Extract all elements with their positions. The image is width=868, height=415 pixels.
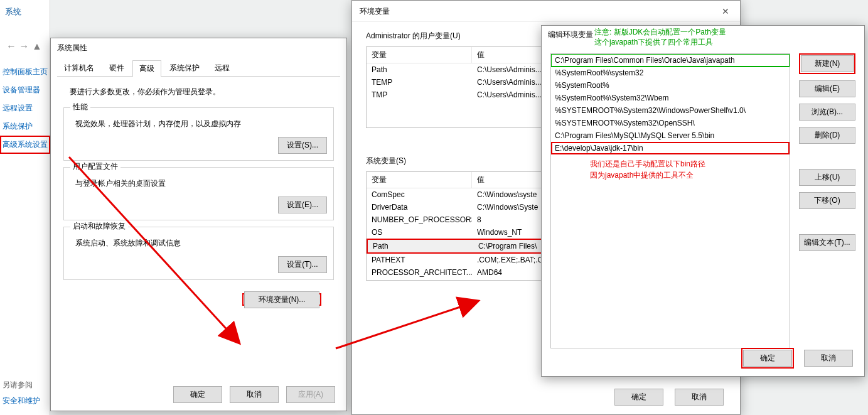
- edit-text-button[interactable]: 编辑文本(T)...: [799, 234, 855, 251]
- envvars-cancel-button[interactable]: 取消: [675, 389, 724, 406]
- path-item[interactable]: %SystemRoot%\System32\Wbem: [551, 92, 790, 104]
- envvars-title: 环境变量: [360, 1, 390, 22]
- performance-group: 性能 视觉效果，处理器计划，内存使用，以及虚拟内存 设置(S)...: [63, 107, 334, 161]
- env-var-button[interactable]: 环境变量(N)...: [244, 291, 319, 308]
- nav-item-advanced-settings[interactable]: 高级系统设置: [0, 136, 50, 154]
- left-nav: 控制面板主页 设备管理器 远程设置 系统保护 高级系统设置: [0, 63, 50, 154]
- system-properties-dialog: 系统属性 计算机名 硬件 高级 系统保护 远程 要进行大多数更改，你必须作为管理…: [50, 38, 347, 411]
- edit-path-dialog: 编辑环境变量 注意: 新版JDK会自动配置一个Path变量 这个javapath…: [541, 25, 865, 377]
- move-down-button[interactable]: 下移(O): [799, 192, 855, 209]
- nav-item-device[interactable]: 设备管理器: [0, 81, 50, 99]
- startup-text: 系统启动、系统故障和调试信息: [75, 238, 327, 249]
- move-up-button[interactable]: 上移(U): [799, 169, 855, 186]
- perf-settings-button[interactable]: 设置(S)...: [278, 137, 327, 154]
- tab-remote[interactable]: 远程: [208, 60, 237, 76]
- nav-item-security[interactable]: 安全和维护: [0, 393, 50, 409]
- dialog-title: 系统属性: [51, 38, 346, 57]
- new-button-highlight: 新建(N): [799, 53, 855, 74]
- editpath-ok-button[interactable]: 确定: [743, 350, 792, 367]
- profiles-text: 与登录帐户相关的桌面设置: [75, 178, 327, 189]
- env-var-button-highlight: 环境变量(N)...: [242, 293, 321, 306]
- sysprops-ok-button[interactable]: 确定: [173, 386, 222, 403]
- col-variable: 变量: [367, 172, 472, 188]
- path-item-jdk17[interactable]: E:\develop\Java\jdk-17\bin: [551, 142, 790, 154]
- green-annotation: 注意: 新版JDK会自动配置一个Path变量 这个javapath下提供了四个常…: [594, 27, 726, 47]
- path-item[interactable]: %SYSTEMROOT%\System32\WindowsPowerShell\…: [551, 104, 790, 117]
- nav-item-protect[interactable]: 系统保护: [0, 117, 50, 136]
- perf-title: 性能: [70, 102, 90, 112]
- editpath-cancel-button[interactable]: 取消: [804, 350, 853, 367]
- close-icon[interactable]: ✕: [711, 1, 740, 22]
- path-item[interactable]: %SystemRoot%: [551, 79, 790, 92]
- perf-text: 视觉效果，处理器计划，内存使用，以及虚拟内存: [75, 119, 327, 129]
- profiles-group: 用户配置文件 与登录帐户相关的桌面设置 设置(E)...: [63, 167, 334, 220]
- path-list[interactable]: C:\Program Files\Common Files\Oracle\Jav…: [550, 53, 790, 348]
- profiles-title: 用户配置文件: [70, 161, 121, 172]
- startup-group: 启动和故障恢复 系统启动、系统故障和调试信息 设置(T)...: [63, 227, 334, 280]
- tab-protection[interactable]: 系统保护: [163, 60, 206, 76]
- delete-button[interactable]: 删除(D): [799, 127, 855, 144]
- nav-item-remote[interactable]: 远程设置: [0, 99, 50, 117]
- col-variable: 变量: [367, 47, 472, 63]
- edit-button[interactable]: 编辑(E): [799, 80, 855, 97]
- sysprops-cancel-button[interactable]: 取消: [230, 386, 279, 403]
- red-annotation: 我们还是自己手动配置以下bin路径 因为javapath中提供的工具不全: [551, 154, 790, 181]
- envvars-ok-button[interactable]: 确定: [614, 389, 663, 406]
- see-also-label: 另请参阅: [0, 377, 50, 393]
- browse-button[interactable]: 浏览(B)...: [799, 104, 855, 121]
- sysprops-apply-button[interactable]: 应用(A): [286, 386, 335, 403]
- tab-advanced[interactable]: 高级: [132, 60, 161, 77]
- path-item[interactable]: C:\Program Files\MySQL\MySQL Server 5.5\…: [551, 129, 790, 142]
- ok-button-highlight: 确定: [741, 348, 794, 369]
- path-item[interactable]: %SYSTEMROOT%\System32\OpenSSH\: [551, 117, 790, 129]
- nav-arrows[interactable]: ← → ▲: [6, 41, 42, 52]
- startup-settings-button[interactable]: 设置(T)...: [278, 256, 327, 273]
- path-item-javapath[interactable]: C:\Program Files\Common Files\Oracle\Jav…: [551, 54, 790, 67]
- profiles-settings-button[interactable]: 设置(E)...: [278, 197, 327, 213]
- path-item[interactable]: %SystemRoot%\system32: [551, 67, 790, 79]
- new-button[interactable]: 新建(N): [801, 55, 854, 72]
- side-buttons: 新建(N) 编辑(E) 浏览(B)... 删除(D) 上移(U) 下移(O) 编…: [799, 53, 855, 348]
- nav-item-home[interactable]: 控制面板主页: [0, 63, 50, 81]
- tab-bar: 计算机名 硬件 高级 系统保护 远程: [51, 57, 346, 76]
- tab-computer-name[interactable]: 计算机名: [57, 60, 101, 76]
- tab-hardware[interactable]: 硬件: [102, 60, 131, 76]
- startup-title: 启动和故障恢复: [70, 221, 128, 232]
- admin-note: 要进行大多数更改，你必须作为管理员登录。: [70, 87, 334, 97]
- left-bottom-nav: 另请参阅 安全和维护: [0, 377, 50, 409]
- panel-title: 系统: [0, 0, 50, 24]
